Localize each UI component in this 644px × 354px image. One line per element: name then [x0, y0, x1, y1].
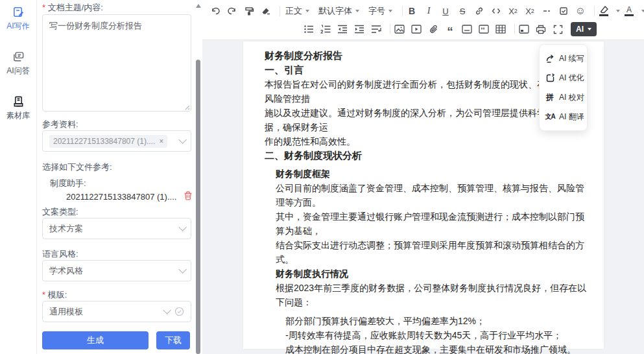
doc-line: 作的规范性和高效性。 — [265, 134, 587, 148]
doc-list-item: 部分部门预算执行偏差较大，平均偏差率为12%； — [285, 314, 587, 328]
doc-pencil-icon — [12, 5, 25, 18]
paragraph-style-select[interactable]: 正文 — [281, 3, 313, 19]
tag-close-icon[interactable]: × — [159, 137, 163, 146]
indent-icon[interactable] — [352, 21, 367, 37]
redo-button[interactable] — [224, 3, 240, 19]
chevron-down-icon — [178, 265, 187, 274]
doc-list-item: -周转效率有待提高，应收账款周转天数为45天，高于行业平均水平； — [285, 328, 587, 342]
delete-file-icon[interactable] — [183, 191, 193, 201]
chevron-down-icon[interactable] — [616, 10, 620, 12]
highlight-color-bar — [599, 14, 608, 16]
check-circle-icon — [174, 307, 184, 316]
library-icon — [12, 95, 25, 108]
print-icon[interactable] — [533, 21, 549, 37]
panel-scrollbar[interactable] — [195, 0, 202, 354]
font-family-select[interactable]: 默认字体 — [315, 3, 363, 19]
assistant-label: 制度助手: — [50, 178, 86, 189]
attachment-icon[interactable] — [425, 21, 441, 37]
style-select[interactable]: 学术风格 — [42, 260, 191, 281]
source-view-icon[interactable] — [516, 21, 532, 37]
doc-subheading: 财务制度框架 — [276, 167, 587, 181]
download-button[interactable]: 下载 — [156, 331, 190, 349]
doc-heading: 二、财务制度现状分析 — [265, 148, 587, 163]
template-label: 模版: — [42, 289, 67, 301]
editor-toolbar: 正文 默认字体 字号 B I U S X2 — [202, 0, 644, 40]
format-painter-button[interactable] — [241, 3, 257, 19]
blockquote-icon[interactable]: “ — [442, 21, 458, 37]
doc-list-item: 成本控制在部分项目中存在超支现象，主要集中在研发和市场推广领域。 — [285, 342, 587, 354]
table-icon[interactable] — [493, 21, 508, 37]
doc-line: 公司目前的制度涵盖了资金管理、成本控制、预算管理、核算与报告、风险管理等方面。 — [276, 181, 587, 209]
clear-format-icon[interactable] — [258, 3, 274, 19]
sidebar-nav: AI写作 AI问答 素材库 — [0, 0, 37, 354]
video-icon[interactable] — [409, 21, 424, 37]
font-size-select[interactable]: 字号 — [364, 3, 396, 19]
code-block-icon[interactable] — [476, 21, 492, 37]
sidebar-item-label: AI写作 — [6, 21, 29, 32]
scrollbar-thumb[interactable] — [196, 60, 200, 354]
italic-button[interactable]: I — [421, 3, 436, 19]
ai-dropdown-menu: AI 续写 AI 优化 拼 AI 校对 文A AI 翻译 — [539, 44, 588, 131]
strikethrough-button[interactable]: S — [455, 3, 470, 19]
ai-translate-icon: 文A — [545, 112, 555, 122]
chevron-down-icon[interactable] — [641, 10, 644, 12]
sidebar-item-label: AI问答 — [6, 65, 29, 77]
doc-line: 其中，资金管理主要通过银行账户管理和现金流预测进行；成本控制以部门预算为基础， — [276, 209, 587, 238]
chevron-down-icon — [178, 136, 187, 144]
menu-item-ai-optimize[interactable]: AI 优化 — [540, 68, 587, 88]
ai-proofread-icon: 拼 — [545, 92, 555, 102]
chevron-down-icon — [355, 10, 359, 12]
chevron-down-icon — [163, 306, 171, 314]
generate-button[interactable]: 生成 — [42, 331, 149, 349]
ai-menu-button[interactable]: AI — [571, 22, 597, 36]
reference-select[interactable]: 2021122715133847807 (1).... × — [42, 130, 191, 152]
link-icon[interactable] — [471, 3, 487, 19]
fullscreen-icon[interactable] — [550, 21, 566, 37]
ai-continue-icon — [545, 53, 555, 64]
divider-block-icon[interactable] — [459, 21, 475, 37]
reference-tag: 2021122715133847807 (1).... × — [49, 135, 167, 148]
file-section-label: 选择如下文件参考: — [42, 161, 112, 173]
sidebar-item-ai-writing[interactable]: AI写作 — [0, 5, 36, 32]
chevron-down-icon — [588, 28, 591, 30]
font-color-button[interactable]: A — [621, 3, 637, 19]
code-inline-icon[interactable] — [488, 3, 504, 19]
menu-item-ai-continue[interactable]: AI 续写 — [540, 49, 587, 68]
doc-line: 根据2023年前三季度的财务数据，公司整体财务制度执行情况良好，但存在以下问题： — [276, 281, 587, 309]
ai-optimize-icon — [545, 73, 555, 83]
doc-type-select[interactable]: 技术方案 — [42, 218, 191, 239]
topic-input[interactable]: 写一份财务制度分析报告 — [42, 14, 191, 112]
sidebar-item-material-library[interactable]: 素材库 — [0, 95, 36, 121]
editor-canvas: 财务制度分析报告 一、引言 本报告旨在对公司的财务制度进行全面分析，包括财务制度… — [202, 40, 644, 354]
task-checkbox-icon[interactable] — [556, 3, 571, 19]
menu-item-ai-translate[interactable]: 文A AI 翻译 — [540, 107, 587, 126]
chat-bubbles-icon — [12, 50, 25, 63]
style-label: 语言风格: — [42, 248, 78, 260]
editor: 正文 默认字体 字号 B I U S X2 — [202, 0, 644, 354]
highlight-color-button[interactable] — [596, 3, 612, 19]
image-icon[interactable] — [392, 21, 407, 37]
topic-label: 文档主题/内容: — [42, 2, 103, 14]
menu-item-ai-proofread[interactable]: 拼 AI 校对 — [540, 88, 587, 107]
scroll-up-arrow-icon[interactable] — [196, 4, 201, 8]
doc-subheading: 财务制度执行情况 — [276, 266, 587, 281]
bullet-list-icon[interactable] — [301, 21, 316, 37]
template-select[interactable]: 通用模板 — [42, 301, 191, 322]
undo-button[interactable] — [208, 3, 223, 19]
chevron-down-icon — [388, 10, 392, 12]
horizontal-rule-icon[interactable] — [539, 3, 555, 19]
sidebar-item-ai-qa[interactable]: AI问答 — [0, 50, 36, 77]
emoji-icon[interactable]: ☺ — [573, 3, 588, 19]
superscript-button[interactable]: X2 — [522, 3, 538, 19]
chevron-down-icon — [178, 223, 187, 231]
outdent-icon[interactable] — [335, 21, 350, 37]
writing-form-panel: 文档主题/内容: 写一份财务制度分析报告 参考资料: 2021122715133… — [37, 0, 195, 354]
chevron-down-icon — [305, 10, 309, 12]
doc-type-label: 文案类型: — [42, 206, 78, 218]
bold-button[interactable]: B — [404, 3, 420, 19]
ordered-list-icon[interactable] — [318, 21, 333, 37]
sidebar-item-label: 素材库 — [6, 110, 30, 121]
line-break-icon[interactable] — [368, 21, 384, 37]
subscript-button[interactable]: X2 — [505, 3, 521, 19]
underline-button[interactable]: U — [438, 3, 453, 19]
